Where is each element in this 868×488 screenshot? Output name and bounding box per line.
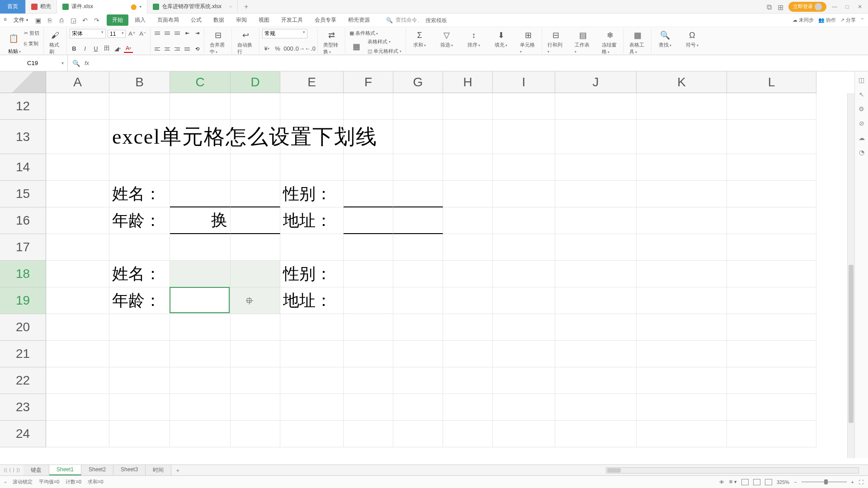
row-header-18[interactable]: 18 bbox=[0, 261, 46, 287]
cut-button[interactable]: ✂剪切 bbox=[23, 29, 41, 38]
tab-member[interactable]: 会员专享 bbox=[309, 14, 342, 26]
percent-button[interactable]: % bbox=[273, 44, 282, 53]
cell-H17[interactable] bbox=[443, 234, 493, 261]
col-header-K[interactable]: K bbox=[637, 71, 727, 93]
cell-F17[interactable] bbox=[344, 234, 393, 261]
comma-button[interactable]: 000 bbox=[284, 44, 293, 53]
cell-L12[interactable] bbox=[727, 93, 816, 120]
cell-D17[interactable] bbox=[231, 234, 280, 261]
cell-A18[interactable] bbox=[46, 261, 109, 287]
cell-L18[interactable] bbox=[727, 261, 816, 287]
tab-data[interactable]: 数据 bbox=[208, 14, 230, 26]
cell-K22[interactable] bbox=[637, 367, 727, 394]
settings-icon[interactable]: ✲ ▾ bbox=[729, 479, 737, 485]
cell-I22[interactable] bbox=[493, 367, 555, 394]
sheet-tab-Sheet2[interactable]: Sheet2 bbox=[81, 465, 113, 475]
cell-B12[interactable] bbox=[109, 93, 170, 120]
cell-G17[interactable] bbox=[393, 234, 443, 261]
new-tab-button[interactable]: + bbox=[238, 3, 255, 11]
font-color-button[interactable]: A bbox=[124, 44, 133, 53]
tab-review[interactable]: 审阅 bbox=[231, 14, 252, 26]
cond-format-button[interactable]: ▦条件格式 bbox=[348, 29, 381, 38]
cell-F22[interactable] bbox=[344, 367, 393, 394]
tab-layout[interactable]: 页面布局 bbox=[152, 14, 184, 26]
cell-C23[interactable] bbox=[170, 394, 231, 421]
doc-tab[interactable]: 稻壳 bbox=[26, 0, 57, 14]
sheet-next-button[interactable]: ⟩ bbox=[13, 467, 14, 473]
underline-button[interactable]: U bbox=[91, 44, 100, 53]
cell-L13[interactable] bbox=[727, 120, 816, 154]
filter-button[interactable]: ▽筛选 bbox=[436, 29, 458, 49]
vertical-scrollbar[interactable] bbox=[847, 93, 854, 458]
orientation-button[interactable]: ⟲ bbox=[193, 45, 201, 53]
preview-icon[interactable]: ◲ bbox=[69, 16, 78, 25]
wrap-text-button[interactable]: ↩自动换行 bbox=[235, 29, 256, 56]
row-header-20[interactable]: 20 bbox=[0, 314, 46, 341]
minimize-button[interactable]: — bbox=[830, 2, 839, 11]
login-button[interactable]: 立即登录 bbox=[788, 2, 826, 12]
cell-C22[interactable] bbox=[170, 367, 231, 394]
cell-E16[interactable]: 地址： bbox=[280, 207, 344, 234]
tab-devtools[interactable]: 开发工具 bbox=[276, 14, 308, 26]
decrease-indent-button[interactable]: ⇤ bbox=[183, 29, 191, 37]
cell-J18[interactable] bbox=[555, 261, 637, 287]
col-header-C[interactable]: C bbox=[170, 71, 231, 93]
chevron-down-icon[interactable]: ▾ bbox=[61, 61, 64, 66]
menu-icon[interactable]: ≡ bbox=[4, 16, 12, 24]
cell-L22[interactable] bbox=[727, 367, 816, 394]
cell-A22[interactable] bbox=[46, 367, 109, 394]
col-header-E[interactable]: E bbox=[280, 71, 344, 93]
formula-input[interactable] bbox=[94, 60, 863, 66]
cell-C21[interactable] bbox=[170, 341, 231, 367]
cell-C12[interactable] bbox=[170, 93, 231, 120]
cell-C19[interactable] bbox=[170, 287, 231, 314]
number-format-select[interactable]: 常规 bbox=[262, 29, 307, 38]
format-painter-button[interactable]: 🖌 格式刷 bbox=[47, 29, 64, 56]
cell-F19[interactable] bbox=[344, 287, 393, 314]
table-tools-button[interactable]: ▦表格工具 bbox=[627, 29, 648, 56]
cell-A23[interactable] bbox=[46, 394, 109, 421]
cell-F24[interactable] bbox=[344, 421, 393, 447]
cell-I20[interactable] bbox=[493, 314, 555, 341]
cell-D21[interactable] bbox=[231, 341, 280, 367]
cell-F23[interactable] bbox=[344, 394, 393, 421]
cell-E17[interactable] bbox=[280, 234, 344, 261]
cell-H20[interactable] bbox=[443, 314, 493, 341]
fill-color-button[interactable]: ◢ bbox=[113, 44, 122, 53]
fullscreen-button[interactable]: ⛶ bbox=[859, 479, 863, 485]
freeze-button[interactable]: ❄冻结窗格 bbox=[599, 29, 621, 56]
cell-A19[interactable] bbox=[46, 287, 109, 314]
cell-H22[interactable] bbox=[443, 367, 493, 394]
row-header-21[interactable]: 21 bbox=[0, 341, 46, 367]
sheet-tab-时间[interactable]: 时间 bbox=[146, 465, 171, 475]
cell-B24[interactable] bbox=[109, 421, 170, 447]
cell-J20[interactable] bbox=[555, 314, 637, 341]
increase-font-button[interactable]: A⁺ bbox=[127, 29, 137, 38]
eye-icon[interactable]: 👁 bbox=[719, 479, 724, 485]
cell-K19[interactable] bbox=[637, 287, 727, 314]
cell-D20[interactable] bbox=[231, 314, 280, 341]
layout-view-button[interactable] bbox=[765, 479, 772, 485]
col-header-B[interactable]: B bbox=[109, 71, 170, 93]
col-header-I[interactable]: I bbox=[493, 71, 555, 93]
cell-F14[interactable] bbox=[344, 154, 393, 181]
sync-status[interactable]: ☁未同步 bbox=[793, 17, 814, 23]
cell-I15[interactable] bbox=[493, 181, 555, 207]
cell-J17[interactable] bbox=[555, 234, 637, 261]
cell-D22[interactable] bbox=[231, 367, 280, 394]
cell-A20[interactable] bbox=[46, 314, 109, 341]
cell-G14[interactable] bbox=[393, 154, 443, 181]
cell-C18[interactable] bbox=[170, 261, 231, 287]
cell-I19[interactable] bbox=[493, 287, 555, 314]
tab-home[interactable]: 开始 bbox=[107, 14, 128, 26]
print-icon[interactable]: ⎙ bbox=[57, 16, 66, 25]
apps-icon[interactable]: ⊞ bbox=[778, 3, 785, 10]
cell-A21[interactable] bbox=[46, 341, 109, 367]
cell-C15[interactable] bbox=[170, 181, 231, 207]
tab-formula[interactable]: 公式 bbox=[185, 14, 207, 26]
italic-button[interactable]: I bbox=[80, 44, 90, 53]
cell-E12[interactable] bbox=[280, 93, 344, 120]
table-style-button[interactable]: ▦ bbox=[348, 40, 364, 53]
cell-L20[interactable] bbox=[727, 314, 816, 341]
scroll-thumb[interactable] bbox=[849, 265, 854, 423]
